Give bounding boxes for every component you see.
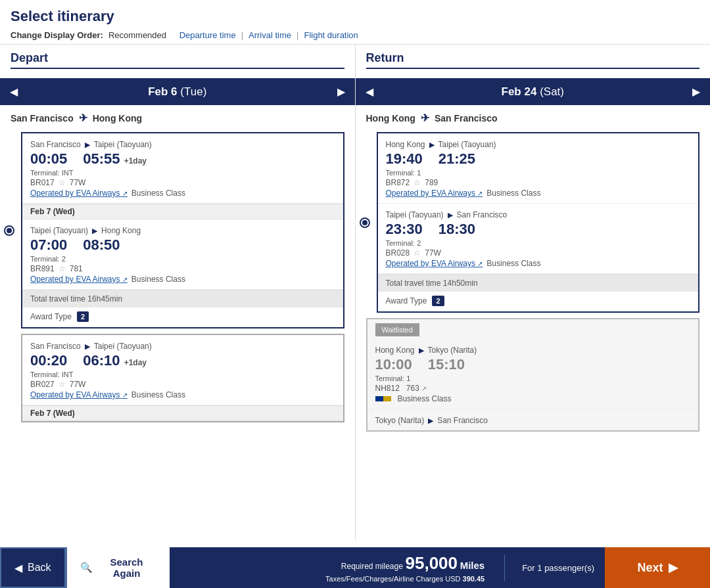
return-radio-1[interactable] bbox=[360, 217, 370, 228]
depart-seg2-flightinfo: BR891 ☆ 781 bbox=[30, 264, 335, 273]
ana-logo bbox=[375, 396, 391, 401]
sort-flight-duration[interactable]: Flight duration bbox=[304, 30, 358, 40]
return-card-1[interactable]: Hong Kong ▶ Taipei (Taoyuan) 19:40 21:25… bbox=[377, 132, 700, 313]
depart2-seg1-operated: Operated by EVA Airways ↗ Business Class bbox=[30, 390, 335, 399]
return-origin: Hong Kong bbox=[366, 113, 415, 124]
return-heading: Return bbox=[366, 51, 700, 69]
depart-seg2-operated-link[interactable]: Operated by EVA Airways ↗ bbox=[30, 275, 128, 284]
return-seg2-flightinfo: BR028 ☆ 77W bbox=[386, 248, 691, 258]
return2-seg1-class: Business Class bbox=[398, 394, 452, 403]
miles-unit: Miles bbox=[460, 560, 485, 571]
return-total-travel: Total travel time 14h50min bbox=[378, 274, 699, 292]
depart-seg2-operated: Operated by EVA Airways ↗ Business Class bbox=[30, 275, 335, 284]
return2-seg1-flightinfo: NH812 763 ↗ bbox=[375, 384, 691, 393]
return2-seg1-terminal: Terminal: 1 bbox=[375, 374, 691, 382]
depart-seg2-dep: 07:00 bbox=[30, 237, 67, 254]
search-icon: 🔍 bbox=[80, 562, 93, 574]
search-again-button[interactable]: 🔍 Search Again bbox=[66, 547, 170, 588]
return-seg2-dep: 23:30 bbox=[386, 221, 423, 238]
return-seg1-aircraft: 789 bbox=[425, 178, 438, 187]
return-destination: San Francisco bbox=[435, 113, 498, 124]
depart-seg1-operated-link[interactable]: Operated by EVA Airways ↗ bbox=[30, 189, 128, 198]
usd-label: USD bbox=[445, 575, 460, 583]
depart-seg2-class: Business Class bbox=[131, 275, 185, 284]
depart-destination: Hong Kong bbox=[93, 113, 142, 124]
depart-seg1-arr: 05:55 +1day bbox=[83, 150, 147, 168]
depart-seg1-times: 00:05 05:55 +1day bbox=[30, 150, 335, 168]
waitlisted-section: Waitlisted bbox=[367, 319, 699, 339]
taxes-label: Taxes/Fees/Charges/Airline Charges bbox=[325, 575, 443, 583]
page-title: Select itinerary bbox=[11, 8, 699, 25]
footer-passenger: For 1 passenger(s) bbox=[511, 563, 605, 573]
return-seg1-times: 19:40 21:25 bbox=[386, 150, 691, 168]
depart2-seg1-dep: 00:20 bbox=[30, 352, 67, 369]
depart-seg1-operated: Operated by EVA Airways ↗ Business Class bbox=[30, 189, 335, 198]
return-seg1-arr: 21:25 bbox=[438, 150, 475, 168]
return-date-nav: ◀ Feb 24 (Sat) ▶ bbox=[356, 78, 711, 105]
return-seg1-flightno: BR872 bbox=[386, 178, 410, 187]
return2-seg1-dep: 10:00 bbox=[375, 356, 412, 373]
plane-icon-return: ✈ bbox=[421, 112, 429, 124]
return-seg2-to: San Francisco bbox=[457, 210, 508, 219]
depart-card-2[interactable]: San Francisco ▶ Taipei (Taoyuan) 00:20 0… bbox=[21, 334, 344, 422]
depart-radio-1[interactable] bbox=[4, 225, 14, 236]
back-button[interactable]: ◀ Back bbox=[0, 547, 66, 588]
depart2-seg1-flightinfo: BR027 ☆ 77W bbox=[30, 380, 335, 389]
depart-seg1-class: Business Class bbox=[131, 189, 185, 198]
depart-prev-date-button[interactable]: ◀ bbox=[1, 79, 27, 104]
depart-seg2-terminal: Terminal: 2 bbox=[30, 255, 335, 263]
depart2-seg1-terminal: Terminal: INT bbox=[30, 371, 335, 378]
return-header: Return bbox=[356, 45, 711, 78]
depart-route-row: San Francisco ✈ Hong Kong bbox=[0, 109, 355, 127]
required-mileage-label: Required mileage bbox=[341, 562, 403, 571]
depart-total-travel-1: Total travel time 16h45min bbox=[22, 290, 343, 307]
separator bbox=[172, 30, 174, 40]
return-seg1-from: Hong Kong bbox=[386, 140, 425, 149]
return-seg1-operated: Operated by EVA Airways ↗ Business Class bbox=[386, 189, 691, 198]
depart-card-1[interactable]: San Francisco ▶ Taipei (Taoyuan) 00:05 0… bbox=[21, 132, 344, 328]
return-seg2-flightno: BR028 bbox=[386, 248, 410, 258]
next-arrow-icon: ▶ bbox=[669, 560, 678, 575]
return-seg2-operated: Operated by EVA Airways ↗ Business Class bbox=[386, 259, 691, 268]
footer-mileage: Required mileage 95,000 Miles Taxes/Fees… bbox=[170, 553, 498, 583]
next-button[interactable]: Next ▶ bbox=[605, 547, 710, 588]
return-seg1-operated-link[interactable]: Operated by EVA Airways ↗ bbox=[386, 189, 483, 198]
plane-icon: ✈ bbox=[79, 112, 87, 124]
arrow-icon3: ▶ bbox=[85, 342, 90, 351]
waitlisted-label: Waitlisted bbox=[375, 323, 419, 336]
return2-arrow1: ▶ bbox=[419, 346, 424, 355]
return-seg1-class: Business Class bbox=[486, 189, 540, 198]
depart2-seg1-operated-link[interactable]: Operated by EVA Airways ↗ bbox=[30, 390, 128, 399]
return2-seg1-times: 10:00 15:10 bbox=[375, 356, 691, 373]
return-next-date-button[interactable]: ▶ bbox=[683, 79, 709, 104]
sort-arrival-time[interactable]: Arrival time bbox=[248, 30, 291, 40]
depart-seg2-flightno: BR891 bbox=[30, 264, 55, 273]
depart-date-nav: ◀ Feb 6 (Tue) ▶ bbox=[0, 78, 355, 105]
arrow-icon2: ▶ bbox=[92, 227, 97, 235]
taxes-row: Taxes/Fees/Charges/Airline Charges USD 3… bbox=[170, 575, 485, 583]
star-icon2: ☆ bbox=[59, 264, 66, 273]
return-arrow2: ▶ bbox=[448, 211, 453, 219]
return-seg2-operated-link[interactable]: Operated by EVA Airways ↗ bbox=[386, 259, 483, 268]
award-badge-1: 2 bbox=[77, 311, 89, 322]
depart2-connection-date: Feb 7 (Wed) bbox=[22, 405, 343, 421]
depart2-seg1-to: Taipei (Taoyuan) bbox=[94, 342, 152, 351]
depart-seg1-aircraft: 77W bbox=[70, 178, 86, 187]
return2-seg1-arr: 15:10 bbox=[428, 356, 465, 373]
depart-segment-1: San Francisco ▶ Taipei (Taoyuan) 00:05 0… bbox=[22, 133, 343, 204]
return2-segment-2: Tokyo (Narita) ▶ San Francisco bbox=[367, 409, 699, 430]
depart2-seg1-aircraft: 77W bbox=[70, 380, 86, 389]
depart-seg1-dep: 00:05 bbox=[30, 150, 67, 168]
footer-divider bbox=[504, 554, 505, 581]
depart-next-date-button[interactable]: ▶ bbox=[328, 79, 354, 104]
return-prev-date-button[interactable]: ◀ bbox=[356, 79, 383, 104]
sort-departure-time[interactable]: Departure time bbox=[179, 30, 236, 40]
depart2-seg1-class: Business Class bbox=[131, 390, 185, 399]
return2-seg2-from: Tokyo (Narita) bbox=[375, 416, 425, 425]
return2-seg2-to: San Francisco bbox=[437, 416, 488, 425]
return-seg1-route: Hong Kong ▶ Taipei (Taoyuan) bbox=[386, 140, 691, 149]
return-card-2: Waitlisted Hong Kong ▶ Tokyo (Narita) 10… bbox=[366, 318, 700, 432]
depart-seg1-from: San Francisco bbox=[30, 140, 81, 149]
depart2-seg1-from: San Francisco bbox=[30, 342, 81, 351]
main-content: Depart ◀ Feb 6 (Tue) ▶ San Francisco ✈ H… bbox=[0, 45, 710, 541]
